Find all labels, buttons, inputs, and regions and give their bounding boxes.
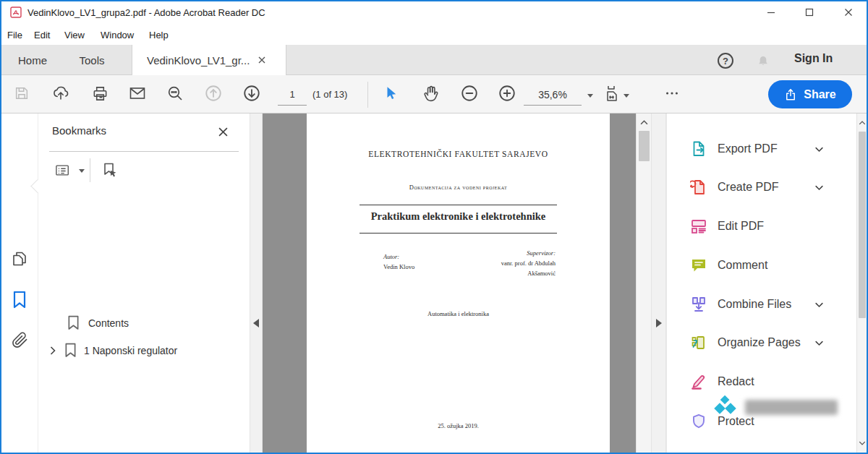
tab-tools[interactable]: Tools bbox=[67, 45, 117, 75]
print-button[interactable] bbox=[86, 80, 114, 107]
tools-panel-scrollbar[interactable] bbox=[856, 113, 867, 453]
collapse-left-arrow-icon[interactable] bbox=[253, 319, 259, 327]
menu-window[interactable]: Window bbox=[96, 25, 138, 45]
collapse-bookmarks-strip[interactable] bbox=[250, 113, 263, 453]
tool-label: Organize Pages bbox=[718, 336, 801, 349]
document-scrollbar[interactable] bbox=[636, 113, 651, 453]
tool-combine-files[interactable]: Combine Files bbox=[674, 288, 848, 320]
notifications-button[interactable] bbox=[752, 50, 774, 72]
bookmark-options-button[interactable] bbox=[51, 160, 75, 181]
tool-create-pdf[interactable]: Create PDF bbox=[674, 171, 848, 203]
menu-file[interactable]: File bbox=[3, 25, 27, 45]
toolbar-divider bbox=[367, 82, 368, 108]
share-button[interactable]: Share bbox=[768, 80, 852, 108]
maximize-icon bbox=[805, 8, 814, 17]
chevron-down-icon[interactable] bbox=[814, 144, 825, 155]
window-title: VedinKlovo_LV1_grupa2.pdf - Adobe Acroba… bbox=[27, 0, 265, 25]
scroll-up-arrow-icon[interactable] bbox=[857, 118, 867, 128]
next-page-button[interactable] bbox=[238, 80, 265, 107]
cloud-upload-icon bbox=[52, 85, 69, 102]
tool-label: Comment bbox=[718, 259, 767, 272]
more-tools-icon bbox=[664, 85, 680, 101]
upload-cloud-button[interactable] bbox=[47, 80, 75, 107]
bookmarks-close-icon bbox=[218, 127, 228, 137]
tab-document[interactable]: VedinKlovo_LV1_gr... bbox=[132, 45, 286, 75]
edit-pdf-icon bbox=[690, 218, 707, 235]
chevron-down-icon[interactable] bbox=[814, 338, 825, 348]
document-area[interactable]: ELEKTROTEHNIČKI FAKULTET SARAJEVO Dokume… bbox=[263, 113, 636, 453]
tool-protect[interactable]: Protect bbox=[674, 406, 848, 437]
find-current-bookmark-button[interactable] bbox=[98, 158, 122, 183]
share-icon bbox=[784, 88, 797, 101]
close-button[interactable] bbox=[836, 3, 861, 22]
tools-scrollbar-thumb[interactable] bbox=[859, 132, 866, 318]
collapse-right-arrow-icon[interactable] bbox=[656, 319, 662, 327]
zoom-out-button[interactable] bbox=[456, 80, 483, 107]
pdf-author-label: Autor: bbox=[383, 253, 399, 260]
scroll-up-arrow-icon[interactable] bbox=[637, 116, 652, 128]
pdf-page[interactable]: ELEKTROTEHNIČKI FAKULTET SARAJEVO Dokume… bbox=[307, 113, 610, 453]
hand-tool-button[interactable] bbox=[417, 80, 445, 107]
combine-files-icon bbox=[690, 296, 707, 313]
page-thumbnails-button[interactable] bbox=[6, 245, 33, 273]
tab-home[interactable]: Home bbox=[9, 45, 56, 75]
tool-organize-pages[interactable]: Organize Pages bbox=[674, 327, 848, 359]
save-icon bbox=[14, 85, 30, 101]
zoom-level-input[interactable]: 35,6% bbox=[524, 85, 582, 106]
page-display-caret-icon[interactable] bbox=[624, 94, 629, 98]
page-display-button[interactable] bbox=[599, 80, 626, 107]
menu-help[interactable]: Help bbox=[145, 25, 173, 45]
minimize-icon bbox=[767, 8, 775, 17]
zoom-caret-icon[interactable] bbox=[587, 94, 593, 98]
protect-icon bbox=[690, 413, 707, 430]
sign-in-button[interactable]: Sign In bbox=[794, 52, 833, 65]
tab-close-icon[interactable] bbox=[258, 56, 265, 64]
help-button[interactable]: ? bbox=[715, 50, 736, 72]
bookmarks-panel-icon bbox=[12, 291, 27, 309]
pdf-date: 25. ožujka 2019. bbox=[307, 422, 610, 429]
select-tool-button[interactable] bbox=[378, 80, 405, 107]
menu-bar: File Edit View Window Help bbox=[0, 25, 868, 45]
save-button[interactable] bbox=[8, 80, 35, 107]
bookmark-options-caret-icon[interactable] bbox=[79, 169, 85, 173]
previous-page-button[interactable] bbox=[200, 80, 227, 107]
tool-label: Protect bbox=[718, 415, 754, 428]
tool-redact[interactable]: Redact bbox=[674, 366, 848, 398]
tool-export-pdf[interactable]: Export PDF bbox=[674, 133, 848, 165]
bookmark-icon bbox=[64, 343, 77, 358]
email-button[interactable] bbox=[124, 80, 151, 107]
page-number-input[interactable]: 1 bbox=[278, 85, 307, 106]
pdf-doc-type: Dokumentacija za vodeni projekat bbox=[307, 184, 610, 191]
bookmark-item-naponski[interactable]: 1 Naponski regulator bbox=[48, 343, 177, 358]
attachments-button[interactable] bbox=[6, 326, 33, 354]
chevron-down-icon[interactable] bbox=[814, 182, 825, 193]
bookmarks-toolbar-divider bbox=[90, 158, 90, 182]
help-icon: ? bbox=[718, 53, 733, 69]
fit-width-icon bbox=[604, 85, 621, 102]
search-button[interactable] bbox=[161, 80, 189, 107]
maximize-button[interactable] bbox=[797, 3, 822, 22]
chevron-down-icon[interactable] bbox=[814, 299, 825, 310]
tool-edit-pdf[interactable]: Edit PDF bbox=[674, 210, 848, 242]
pdf-file-icon bbox=[10, 7, 22, 18]
menu-edit[interactable]: Edit bbox=[30, 25, 54, 45]
zoom-in-button[interactable] bbox=[493, 80, 521, 107]
pdf-rule-bottom bbox=[359, 233, 557, 234]
minimize-button[interactable] bbox=[759, 3, 783, 22]
document-scrollbar-thumb[interactable] bbox=[639, 131, 650, 161]
bookmarks-divider bbox=[49, 151, 239, 152]
zoom-in-icon bbox=[498, 84, 516, 103]
title-bar: VedinKlovo_LV1_grupa2.pdf - Adobe Acroba… bbox=[0, 0, 868, 25]
menu-view[interactable]: View bbox=[60, 25, 89, 45]
collapse-tools-strip[interactable] bbox=[651, 113, 666, 453]
scroll-down-arrow-icon[interactable] bbox=[857, 438, 867, 448]
tool-label: Redact bbox=[718, 375, 754, 388]
zoom-out-icon bbox=[460, 84, 479, 103]
bookmarks-panel-button[interactable] bbox=[6, 286, 33, 314]
more-tools-button[interactable] bbox=[658, 80, 686, 107]
bookmarks-close-button[interactable] bbox=[213, 122, 232, 141]
email-icon bbox=[129, 85, 146, 102]
organize-pages-icon bbox=[690, 334, 707, 351]
bookmark-item-contents[interactable]: Contents bbox=[67, 315, 129, 330]
tool-comment[interactable]: Comment bbox=[674, 249, 848, 281]
